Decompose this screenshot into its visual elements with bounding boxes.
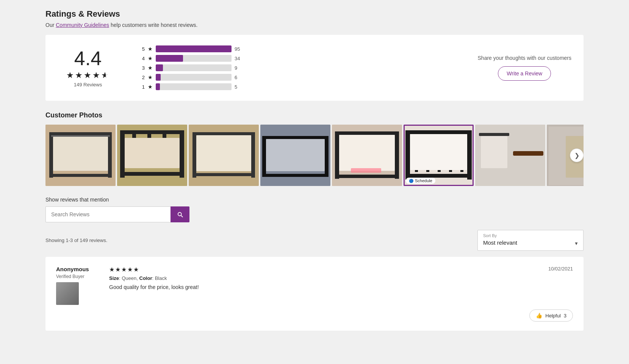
hist-star-label: 5 [141,46,145,52]
photo-thumb-1[interactable] [45,125,116,186]
size-label: Size [109,275,119,281]
verified-badge: Verified Buyer [56,274,109,279]
review-text: Good quality for the price, looks great! [109,284,533,290]
overall-rating: 4.4 ★ ★ ★ ★ ★ ★ 149 Reviews [58,48,118,87]
show-reviews-label: Show reviews that mention [45,197,584,203]
svg-rect-20 [251,132,255,178]
hist-star-label: 3 [141,65,145,71]
hist-bar-bg [156,74,232,81]
svg-rect-48 [410,134,467,170]
page-title: Ratings & Reviews [45,9,584,19]
svg-rect-31 [335,131,339,179]
hist-count: 9 [235,65,242,71]
write-review-prompt: Share your thoughts with our customers [478,55,571,61]
svg-rect-40 [405,174,472,178]
svg-rect-37 [351,168,381,173]
svg-rect-26 [325,136,329,177]
photos-next-button[interactable]: ❯ [570,148,584,162]
svg-rect-8 [121,130,183,134]
svg-rect-27 [266,139,325,171]
rev-star-4: ★ [127,266,133,273]
hist-bar-fill [156,55,183,62]
star-4: ★ [92,70,100,80]
histogram-row-2: 2 ★ 6 [141,74,455,81]
photo-overlay: 🔵Schedule [406,178,435,184]
schedule-icon: 🔵 [409,179,413,183]
hist-count: 6 [235,75,242,80]
community-line: Our Community Guidelines help customers … [45,22,584,28]
hist-bar-bg [156,45,232,52]
star-2: ★ [75,70,83,80]
hist-star-icon: ★ [148,84,153,90]
svg-rect-3 [49,132,53,178]
star-3: ★ [84,70,91,80]
svg-rect-5 [51,135,110,137]
svg-rect-25 [262,136,266,177]
rev-star-5: ★ [133,266,139,273]
photos-row: 🔵Schedule❯ [45,125,584,186]
rev-star-1: ★ [109,266,114,273]
photo-thumb-7[interactable] [475,125,545,186]
hist-star-icon: ★ [148,46,153,52]
svg-rect-10 [120,130,125,178]
sort-wrapper: Sort By Most relevant Most recent Most h… [477,230,584,251]
photo-thumb-2[interactable] [117,125,187,186]
showing-text: Showing 1-3 of 149 reviews. [45,237,107,243]
photo-thumb-6[interactable]: 🔵Schedule [404,125,474,186]
helpful-button[interactable]: 👍 Helpful 3 [529,309,573,322]
svg-rect-50 [479,133,509,136]
svg-rect-19 [192,132,196,178]
search-icon [177,211,183,218]
customer-photos-title: Customer Photos [45,111,584,119]
histogram-row-5: 5 ★ 95 [141,45,455,52]
review-body: ★ ★ ★ ★ ★ Size: Queen, Color: Black Good… [109,266,533,290]
helpful-label: Helpful [545,313,560,319]
hist-count: 95 [235,46,242,52]
svg-rect-39 [405,130,472,134]
svg-rect-17 [192,132,255,135]
write-review-button[interactable]: Write a Review [498,66,551,81]
search-row [45,206,189,222]
review-footer: 👍 Helpful 3 [56,309,573,322]
svg-rect-29 [335,131,399,135]
histogram-row-1: 1 ★ 5 [141,83,455,90]
community-suffix: help customers write honest reviews. [109,22,197,28]
color-val: : Black [152,275,167,281]
hist-count: 5 [235,84,242,90]
review-date: 10/02/2021 [548,266,573,272]
svg-rect-24 [262,174,329,177]
photo-thumb-4[interactable] [260,125,330,186]
hist-bar-fill [156,83,160,90]
rev-star-2: ★ [115,266,120,273]
hist-count: 34 [235,56,242,61]
svg-rect-36 [339,135,395,171]
svg-rect-9 [121,172,183,176]
hist-star-icon: ★ [148,55,153,61]
svg-rect-32 [395,131,399,179]
svg-rect-21 [196,135,251,171]
review-card: Anonymous Verified Buyer ★ ★ ★ ★ ★ Size:… [45,257,584,331]
sort-select-container: Most relevant Most recent Most helpful H… [478,238,583,249]
search-button[interactable] [171,206,189,222]
review-thumbnail [56,282,79,305]
svg-rect-42 [467,130,472,180]
sort-label: Sort By [478,232,583,238]
svg-rect-15 [125,138,180,168]
svg-rect-6 [53,137,108,171]
hist-star-icon: ★ [148,74,153,80]
hist-star-label: 2 [141,75,145,80]
star-5-half: ★ ★ [101,70,110,80]
svg-rect-4 [108,132,112,178]
svg-rect-2 [49,174,112,177]
overlay-text: Schedule [415,178,432,183]
review-count: 149 Reviews [74,82,102,87]
community-guidelines-link[interactable]: Community Guidelines [56,22,109,28]
hist-bar-bg [156,55,232,62]
svg-rect-23 [262,136,329,139]
size-sep: : Queen, [119,275,139,281]
photo-thumb-3[interactable] [189,125,259,186]
search-input[interactable] [45,206,171,222]
photo-thumb-5[interactable] [332,125,402,186]
rating-summary-card: 4.4 ★ ★ ★ ★ ★ ★ 149 Reviews 5 ★ 95 4 ★ [45,35,584,101]
sort-select[interactable]: Most relevant Most recent Most helpful H… [478,238,583,249]
